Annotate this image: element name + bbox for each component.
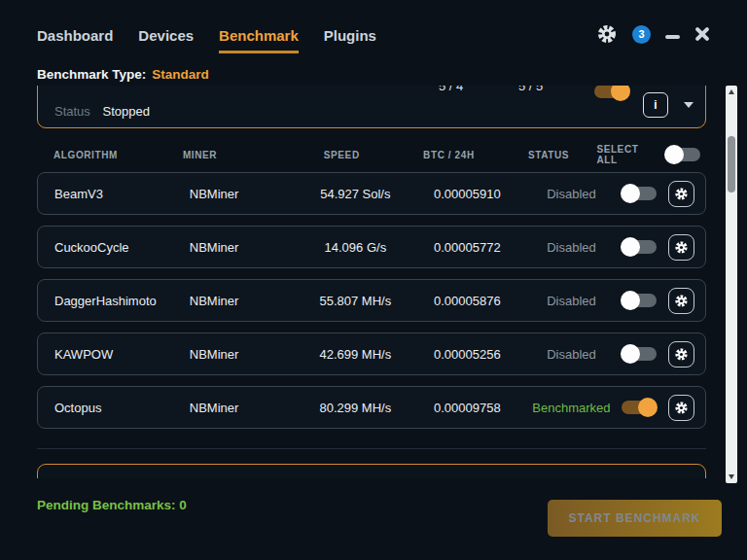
notification-badge[interactable]: 3 bbox=[632, 25, 651, 44]
header-speed: SPEED bbox=[286, 150, 397, 160]
miner-name: NBMiner bbox=[190, 240, 298, 255]
algorithm-settings-button[interactable] bbox=[668, 395, 694, 421]
toggle-knob bbox=[664, 145, 684, 164]
chevron-down-icon[interactable] bbox=[684, 102, 694, 108]
speed-value: 54.927 Sol/s bbox=[298, 187, 413, 201]
gear-icon bbox=[674, 294, 689, 308]
pending-benchmarks: Pending Benchmarks: 0 bbox=[37, 498, 187, 512]
scroll-down-icon[interactable] bbox=[729, 474, 734, 479]
select-all-label: SELECT ALL bbox=[596, 144, 657, 165]
device-status-value: Stopped bbox=[102, 104, 149, 119]
algorithm-toggle[interactable] bbox=[622, 187, 657, 200]
speed-value: 55.807 MH/s bbox=[298, 294, 413, 308]
gear-icon bbox=[674, 240, 689, 255]
app-window: Dashboard Devices Benchmark Plugins 3 Be… bbox=[0, 0, 747, 560]
algorithm-list: BeamV3 NBMiner 54.927 Sol/s 0.00005910 D… bbox=[37, 172, 706, 429]
tab-plugins[interactable]: Plugins bbox=[324, 27, 376, 53]
benchmark-scroll-area: Status Stopped 5 / 4 5 / 5 i ALGORITHM M… bbox=[37, 86, 708, 478]
tab-benchmark[interactable]: Benchmark bbox=[219, 27, 299, 53]
start-benchmark-button[interactable]: START BENCHMARK bbox=[548, 500, 722, 537]
list-divider bbox=[37, 448, 706, 449]
next-device-card[interactable] bbox=[37, 464, 706, 478]
status-value: Benchmarked bbox=[521, 401, 622, 415]
select-all-toggle[interactable] bbox=[665, 148, 700, 161]
speed-value: 42.699 MH/s bbox=[298, 347, 413, 362]
toggle-knob bbox=[621, 344, 640, 364]
btc-value: 0.00005876 bbox=[413, 294, 521, 308]
speed-value: 14.096 G/s bbox=[298, 240, 413, 255]
gear-icon bbox=[674, 401, 689, 415]
miner-name: NBMiner bbox=[190, 294, 298, 308]
tab-devices[interactable]: Devices bbox=[138, 27, 194, 53]
device-card[interactable]: Status Stopped 5 / 4 5 / 5 i bbox=[37, 86, 706, 128]
gear-icon bbox=[674, 347, 689, 362]
btc-value: 0.00005910 bbox=[413, 187, 521, 201]
table-row[interactable]: BeamV3 NBMiner 54.927 Sol/s 0.00005910 D… bbox=[37, 172, 706, 215]
header-btc: BTC / 24H bbox=[397, 150, 500, 160]
scrollbar-thumb[interactable] bbox=[728, 136, 735, 192]
miner-name: NBMiner bbox=[190, 187, 298, 201]
header-status: STATUS bbox=[501, 150, 597, 160]
scroll-up-icon[interactable] bbox=[729, 89, 734, 94]
status-value: Disabled bbox=[521, 187, 622, 201]
miner-name: NBMiner bbox=[190, 401, 298, 415]
close-icon[interactable] bbox=[694, 26, 710, 42]
speed-value: 80.299 MH/s bbox=[298, 401, 413, 415]
device-info-icon[interactable]: i bbox=[643, 92, 668, 118]
toggle-knob bbox=[621, 291, 640, 310]
miner-name: NBMiner bbox=[190, 347, 298, 362]
btc-value: 0.00009758 bbox=[413, 401, 521, 415]
tab-dashboard[interactable]: Dashboard bbox=[37, 27, 113, 53]
algorithm-toggle[interactable] bbox=[622, 347, 657, 361]
algorithm-toggle[interactable] bbox=[622, 294, 657, 307]
benchmark-type-label: Benchmark Type: bbox=[37, 67, 146, 82]
status-value: Disabled bbox=[521, 240, 622, 255]
btc-value: 0.00005256 bbox=[413, 347, 521, 362]
algorithm-settings-button[interactable] bbox=[668, 181, 694, 207]
algorithm-settings-button[interactable] bbox=[668, 234, 694, 261]
algorithm-name: DaggerHashimoto bbox=[38, 294, 190, 308]
toggle-knob bbox=[638, 398, 658, 417]
toggle-knob bbox=[621, 237, 640, 257]
header-miner: MINER bbox=[183, 150, 286, 160]
toggle-knob bbox=[611, 86, 630, 101]
table-row[interactable]: DaggerHashimoto NBMiner 55.807 MH/s 0.00… bbox=[37, 279, 706, 322]
table-row[interactable]: KAWPOW NBMiner 42.699 MH/s 0.00005256 Di… bbox=[37, 332, 706, 375]
algorithm-settings-button[interactable] bbox=[668, 341, 694, 368]
algorithm-settings-button[interactable] bbox=[668, 288, 694, 314]
header-algorithm: ALGORITHM bbox=[37, 150, 183, 160]
algorithm-toggle[interactable] bbox=[622, 240, 657, 254]
device-status: Status Stopped bbox=[54, 104, 150, 119]
algorithm-name: CuckooCycle bbox=[38, 240, 190, 255]
benchmark-type: Benchmark Type:Standard bbox=[37, 67, 209, 82]
benchmark-type-value[interactable]: Standard bbox=[152, 67, 209, 82]
status-value: Disabled bbox=[521, 347, 622, 362]
table-row[interactable]: Octopus NBMiner 80.299 MH/s 0.00009758 B… bbox=[37, 386, 706, 429]
top-nav: Dashboard Devices Benchmark Plugins bbox=[37, 27, 376, 53]
device-toggle[interactable] bbox=[594, 86, 629, 98]
algorithm-toggle[interactable] bbox=[622, 401, 657, 414]
gear-icon bbox=[674, 187, 689, 201]
device-count-b: 5 / 5 bbox=[518, 86, 543, 93]
algorithm-name: Octopus bbox=[38, 401, 190, 415]
device-status-label: Status bbox=[54, 104, 90, 119]
table-row[interactable]: CuckooCycle NBMiner 14.096 G/s 0.0000577… bbox=[37, 226, 706, 268]
vertical-scrollbar[interactable] bbox=[726, 86, 737, 483]
settings-gear-icon[interactable] bbox=[596, 23, 618, 45]
toggle-knob bbox=[621, 184, 640, 203]
btc-value: 0.00005772 bbox=[413, 240, 521, 255]
algorithm-name: BeamV3 bbox=[38, 187, 190, 201]
window-controls: 3 bbox=[596, 23, 710, 45]
table-header: ALGORITHM MINER SPEED BTC / 24H STATUS S… bbox=[37, 146, 706, 163]
algorithm-name: KAWPOW bbox=[38, 347, 190, 362]
device-count-a: 5 / 4 bbox=[439, 86, 463, 93]
minimize-icon[interactable] bbox=[665, 35, 680, 39]
status-value: Disabled bbox=[521, 294, 622, 308]
